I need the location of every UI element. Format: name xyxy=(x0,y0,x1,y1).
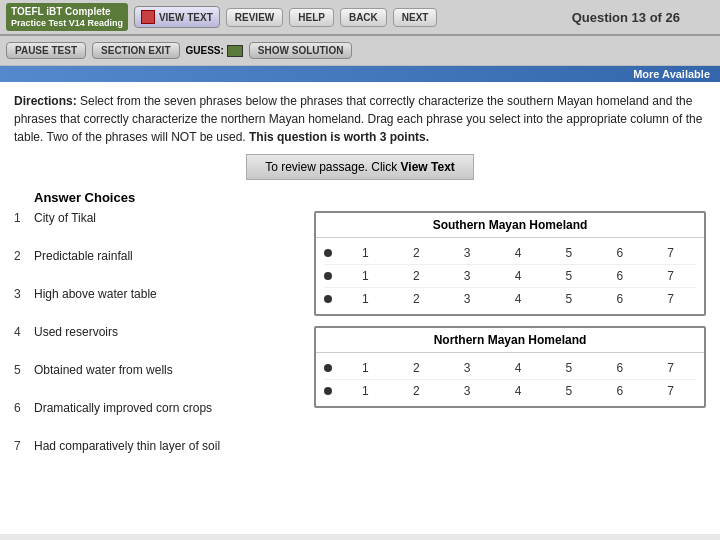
answer-text: Predictable rainfall xyxy=(34,249,133,263)
view-text-button[interactable]: VIEW TEXT xyxy=(134,6,220,28)
cell: 1 xyxy=(340,245,391,261)
cell: 4 xyxy=(493,383,544,399)
cell: 4 xyxy=(493,291,544,307)
answer-choices-list: 1City of Tikal2Predictable rainfall3High… xyxy=(14,211,304,477)
bullet-icon xyxy=(324,387,332,395)
northern-table-header: Northern Mayan Homeland xyxy=(316,328,704,353)
logo: TOEFL iBT Complete Practice Test V14 Rea… xyxy=(6,3,128,32)
answer-num: 5 xyxy=(14,363,28,377)
cell: 4 xyxy=(493,268,544,284)
answer-choices-header: Answer Choices xyxy=(34,190,706,205)
show-solution-button[interactable]: SHOW SOLUTION xyxy=(249,42,353,59)
southern-table: Southern Mayan Homeland 1234567123456712… xyxy=(314,211,706,316)
row-cells: 1234567 xyxy=(340,245,696,261)
cell: 7 xyxy=(645,360,696,376)
section-exit-button[interactable]: SECTION EXIT xyxy=(92,42,179,59)
answer-item[interactable]: 6Dramatically improved corn crops xyxy=(14,401,304,429)
logo-line2: Practice Test V14 Reading xyxy=(11,18,123,29)
review-passage-label: To review passage. Click xyxy=(265,160,400,174)
top-bar: TOEFL iBT Complete Practice Test V14 Rea… xyxy=(0,0,720,36)
guess-indicator xyxy=(227,45,243,57)
answer-text: High above water table xyxy=(34,287,157,301)
cell: 1 xyxy=(340,383,391,399)
cell: 5 xyxy=(543,268,594,284)
table-row[interactable]: 1234567 xyxy=(324,380,696,402)
answer-item[interactable]: 4Used reservoirs xyxy=(14,325,304,353)
answer-item[interactable]: 7Had comparatively thin layer of soil xyxy=(14,439,304,467)
cell: 2 xyxy=(391,291,442,307)
back-button[interactable]: BACK xyxy=(340,8,387,27)
table-row[interactable]: 1234567 xyxy=(324,242,696,265)
cell: 2 xyxy=(391,245,442,261)
guess-area: GUESS: xyxy=(186,45,243,57)
cell: 2 xyxy=(391,360,442,376)
more-available-label: More Available xyxy=(633,68,710,80)
cell: 5 xyxy=(543,245,594,261)
help-button[interactable]: HELP xyxy=(289,8,334,27)
cell: 7 xyxy=(645,383,696,399)
answer-item[interactable]: 2Predictable rainfall xyxy=(14,249,304,277)
row-cells: 1234567 xyxy=(340,383,696,399)
next-button[interactable]: NEXT xyxy=(393,8,438,27)
cell: 4 xyxy=(493,360,544,376)
row-cells: 1234567 xyxy=(340,360,696,376)
bullet-icon xyxy=(324,364,332,372)
bullet-icon xyxy=(324,272,332,280)
cell: 1 xyxy=(340,360,391,376)
more-available-bar: More Available xyxy=(0,66,720,82)
cell: 6 xyxy=(594,360,645,376)
two-column-layout: 1City of Tikal2Predictable rainfall3High… xyxy=(14,211,706,477)
cell: 6 xyxy=(594,245,645,261)
answer-item[interactable]: 1City of Tikal xyxy=(14,211,304,239)
answer-item[interactable]: 3High above water table xyxy=(14,287,304,315)
pause-test-button[interactable]: PAUSE TEST xyxy=(6,42,86,59)
review-button[interactable]: REVIEW xyxy=(226,8,283,27)
cell: 7 xyxy=(645,268,696,284)
toolbar2: PAUSE TEST SECTION EXIT GUESS: SHOW SOLU… xyxy=(0,36,720,66)
cell: 3 xyxy=(442,291,493,307)
cell: 2 xyxy=(391,383,442,399)
northern-table: Northern Mayan Homeland 12345671234567 xyxy=(314,326,706,408)
cell: 7 xyxy=(645,245,696,261)
row-cells: 1234567 xyxy=(340,268,696,284)
logo-line1: TOEFL iBT Complete xyxy=(11,6,123,18)
cell: 6 xyxy=(594,268,645,284)
cell: 7 xyxy=(645,291,696,307)
cell: 5 xyxy=(543,291,594,307)
review-passage-link: View Text xyxy=(401,160,455,174)
question-counter: Question 13 of 26 xyxy=(538,10,714,25)
answer-num: 1 xyxy=(14,211,28,225)
tables-column: Southern Mayan Homeland 1234567123456712… xyxy=(314,211,706,477)
cell: 3 xyxy=(442,360,493,376)
directions-bold: Directions: xyxy=(14,94,77,108)
answer-text: Obtained water from wells xyxy=(34,363,173,377)
table-row[interactable]: 1234567 xyxy=(324,288,696,310)
review-passage-button[interactable]: To review passage. Click View Text xyxy=(246,154,474,180)
answer-text: Dramatically improved corn crops xyxy=(34,401,212,415)
bullet-icon xyxy=(324,295,332,303)
table-row[interactable]: 1234567 xyxy=(324,357,696,380)
cell: 5 xyxy=(543,383,594,399)
answer-text: Had comparatively thin layer of soil xyxy=(34,439,220,453)
cell: 3 xyxy=(442,268,493,284)
cell: 6 xyxy=(594,383,645,399)
cell: 6 xyxy=(594,291,645,307)
answer-num: 4 xyxy=(14,325,28,339)
view-text-label: VIEW TEXT xyxy=(159,12,213,23)
answer-text: City of Tikal xyxy=(34,211,96,225)
southern-table-header: Southern Mayan Homeland xyxy=(316,213,704,238)
row-cells: 1234567 xyxy=(340,291,696,307)
bullet-icon xyxy=(324,249,332,257)
northern-table-rows: 12345671234567 xyxy=(316,353,704,406)
answer-num: 3 xyxy=(14,287,28,301)
table-row[interactable]: 1234567 xyxy=(324,265,696,288)
answer-item[interactable]: 5Obtained water from wells xyxy=(14,363,304,391)
cell: 2 xyxy=(391,268,442,284)
answer-num: 7 xyxy=(14,439,28,453)
cell: 4 xyxy=(493,245,544,261)
cell: 3 xyxy=(442,383,493,399)
directions-bold2: This question is worth 3 points. xyxy=(249,130,429,144)
answer-num: 2 xyxy=(14,249,28,263)
directions-text: Directions: Select from the seven phrase… xyxy=(14,92,706,146)
cell: 5 xyxy=(543,360,594,376)
